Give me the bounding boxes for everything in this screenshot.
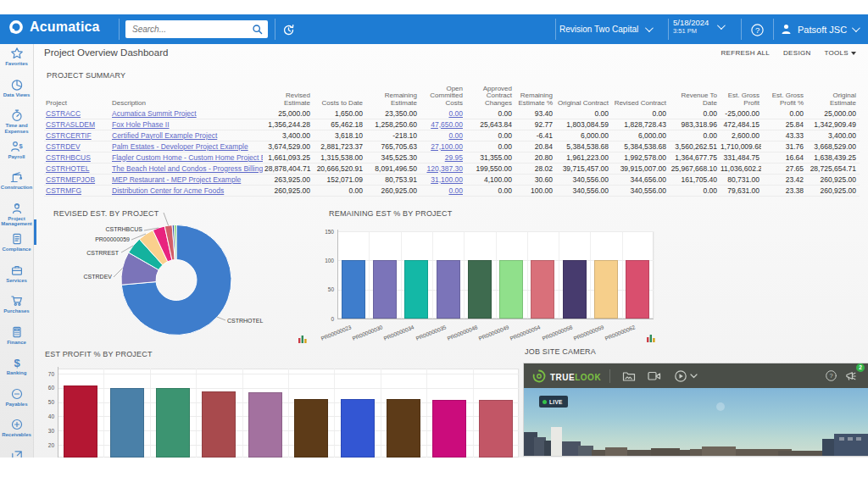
bar-pr00000048[interactable] xyxy=(468,260,492,319)
open-committed-costs-link[interactable]: 27,100.00 xyxy=(431,142,463,151)
bar-pr00000059[interactable] xyxy=(594,260,618,319)
description-link[interactable]: Certified Payroll Example Project xyxy=(112,131,217,140)
bar-pr00000062[interactable] xyxy=(626,260,649,319)
bar-series-9[interactable] xyxy=(479,400,513,458)
bar-series-1[interactable] xyxy=(110,388,144,458)
open-committed-costs-link[interactable]: 0.00 xyxy=(448,109,463,118)
column-header[interactable]: Revised Contract xyxy=(610,81,668,108)
video-camera-icon[interactable] xyxy=(644,368,665,385)
bar-pr00000058[interactable] xyxy=(563,260,587,319)
project-code-link[interactable]: CSTRCERTIF xyxy=(46,131,92,140)
bar-series-3[interactable] xyxy=(202,391,236,458)
user-menu[interactable]: Patsoft JSC xyxy=(780,14,858,44)
column-header[interactable]: Open Committed Costs xyxy=(419,81,465,108)
description-link[interactable]: The Beach Hotel and Condos - Progress Bi… xyxy=(112,164,263,173)
camera-live-view[interactable]: LIVE xyxy=(524,388,868,456)
project-code-link[interactable]: CSTRDEV xyxy=(46,142,81,151)
column-header[interactable]: Original Contract xyxy=(554,81,610,108)
column-header[interactable]: Approved Contract Changes xyxy=(465,81,514,108)
sidebar-item-services[interactable]: Services xyxy=(0,261,33,292)
sidebar-item-banking[interactable]: $Banking xyxy=(0,353,33,385)
media-folder-icon[interactable] xyxy=(619,368,639,385)
bar-series-6[interactable] xyxy=(341,399,375,458)
column-header[interactable]: Remaining Estimate xyxy=(364,81,419,108)
table-row[interactable]: CSTRMEPJOBMEP Restaurant - MEP Project E… xyxy=(44,175,860,186)
search-box[interactable] xyxy=(125,20,268,38)
sidebar-item-construction[interactable]: Construction xyxy=(0,168,33,199)
bar-series-7[interactable] xyxy=(387,399,420,458)
project-code-link[interactable]: CSTRHOTEL xyxy=(46,164,89,173)
bar-series-2[interactable] xyxy=(156,388,190,458)
bar-pr00000030[interactable] xyxy=(373,260,397,319)
sidebar-item-purchases[interactable]: Purchases xyxy=(0,291,33,323)
table-row[interactable]: CSTRHBCUSFlagler Custom Home - Custom Ho… xyxy=(44,153,860,164)
column-header[interactable]: Est. Gross Profit % xyxy=(761,81,805,108)
column-header[interactable]: Original Estimate xyxy=(805,81,858,108)
open-committed-costs-link[interactable]: 29.95 xyxy=(445,153,463,162)
description-link[interactable]: Acumatica Summit Project xyxy=(112,109,197,118)
open-committed-costs-link[interactable]: 120,387.30 xyxy=(426,164,463,173)
description-link[interactable]: Distribution Center for Acme Foods xyxy=(112,186,224,195)
company-selector[interactable]: Revision Two Capital xyxy=(559,14,651,44)
bar-series-8[interactable] xyxy=(432,400,466,458)
acumatica-logo[interactable]: Acumatica xyxy=(8,19,100,35)
chart-menu-icon[interactable] xyxy=(647,330,655,346)
column-header[interactable]: Costs to Date xyxy=(312,81,364,108)
search-input[interactable] xyxy=(125,25,252,34)
help-icon[interactable]: ? xyxy=(749,22,765,37)
column-header[interactable]: Project xyxy=(44,81,110,108)
open-committed-costs-link[interactable]: 0.00 xyxy=(448,131,463,140)
column-header[interactable]: Est. Gross Profit xyxy=(719,81,761,108)
timelapse-play-button[interactable] xyxy=(671,368,700,385)
column-header[interactable]: Description xyxy=(110,81,263,108)
bar-pr00000049[interactable] xyxy=(499,260,523,319)
table-row[interactable]: CSTRACCAcumatica Summit Project25,000.00… xyxy=(44,108,860,119)
tools-button[interactable]: TOOLS xyxy=(825,49,856,57)
bar-series-0[interactable] xyxy=(64,385,97,458)
project-code-link[interactable]: CSTRMFG xyxy=(46,186,81,195)
description-link[interactable]: Palm Estates - Developer Project Example xyxy=(112,142,248,151)
sidebar-item-favorites[interactable]: Favorites xyxy=(0,44,33,75)
announcements-icon[interactable]: 2 xyxy=(841,368,861,385)
sidebar-item-payroll[interactable]: $Payroll xyxy=(0,137,33,169)
bar-pr00000034[interactable] xyxy=(404,260,428,319)
table-row[interactable]: CSTRDEVPalm Estates - Developer Project … xyxy=(44,141,860,153)
sidebar-item-data-views[interactable]: Data Views xyxy=(0,75,33,107)
sidebar-item-time-and-expenses[interactable]: Time and Expenses xyxy=(0,106,33,137)
project-code-link[interactable]: CSTRASLDEM xyxy=(46,120,95,129)
table-row[interactable]: CSTRCERTIFCertified Payroll Example Proj… xyxy=(44,130,860,141)
bar-pr00000023[interactable] xyxy=(342,260,365,319)
help-icon[interactable]: ? xyxy=(821,368,841,385)
search-icon[interactable] xyxy=(252,24,264,36)
column-header[interactable]: Revenue To Date xyxy=(668,81,719,108)
sidebar-item-payables[interactable]: Payables xyxy=(0,385,33,416)
sidebar-item-receivables[interactable]: Receivables xyxy=(0,415,33,446)
bar-series-5[interactable] xyxy=(294,399,328,458)
sidebar-item-finance[interactable]: Finance xyxy=(0,323,33,354)
table-row[interactable]: CSTRHOTELThe Beach Hotel and Condos - Pr… xyxy=(44,164,860,175)
sidebar-item-more[interactable] xyxy=(0,446,33,458)
bar-series-4[interactable] xyxy=(248,392,282,458)
chart-menu-icon[interactable] xyxy=(298,331,307,347)
business-date-selector[interactable]: 5/18/2024 3:51 PM xyxy=(673,18,723,35)
sidebar-item-compliance[interactable]: Compliance xyxy=(0,230,33,261)
refresh-all-button[interactable]: REFRESH ALL xyxy=(721,49,770,57)
bar-pr00000054[interactable] xyxy=(531,260,554,319)
open-committed-costs-link[interactable]: 47,650.00 xyxy=(431,120,463,129)
open-committed-costs-link[interactable]: 0.00 xyxy=(448,186,463,195)
project-code-link[interactable]: CSTRHBCUS xyxy=(46,153,91,162)
table-row[interactable]: CSTRASLDEMFox Hole Phase II1,356,244.286… xyxy=(44,119,860,130)
description-link[interactable]: Fox Hole Phase II xyxy=(112,120,170,129)
design-button[interactable]: DESIGN xyxy=(783,49,810,57)
column-header[interactable]: Remaining Estimate % xyxy=(514,81,554,108)
project-code-link[interactable]: CSTRMEPJOB xyxy=(46,175,95,184)
column-header[interactable]: Revised Estimate xyxy=(263,81,312,108)
business-date-clock-icon[interactable] xyxy=(280,21,297,38)
bar-pr00000035[interactable] xyxy=(437,260,460,319)
sidebar-item-project-management[interactable]: Project Management xyxy=(0,199,33,230)
project-code-link[interactable]: CSTRACC xyxy=(46,109,81,118)
table-row[interactable]: CSTRMFGDistribution Center for Acme Food… xyxy=(44,186,860,197)
scroll-indicator[interactable] xyxy=(34,219,36,245)
description-link[interactable]: Flagler Custom Home - Custom Home Projec… xyxy=(112,153,263,162)
description-link[interactable]: MEP Restaurant - MEP Project Example xyxy=(112,175,241,184)
